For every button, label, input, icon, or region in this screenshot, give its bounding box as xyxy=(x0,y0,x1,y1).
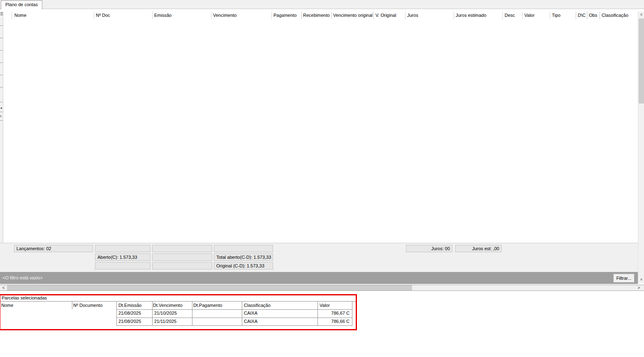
filtrar-button[interactable]: Filtrar... xyxy=(613,274,635,283)
column-header-nome[interactable]: Nome xyxy=(14,13,26,18)
select-all-icon xyxy=(0,12,3,16)
column-header-dc[interactable]: D\C xyxy=(578,13,586,18)
column-separator xyxy=(12,12,12,19)
column-separator xyxy=(503,12,503,19)
row-separator xyxy=(0,120,3,121)
row-separator xyxy=(0,25,3,26)
column-header-valor[interactable]: Valor xyxy=(524,13,535,18)
summary-empty-cell xyxy=(214,245,273,252)
column-header-tipo[interactable]: Tipo xyxy=(552,13,561,18)
column-header-emissao[interactable]: Emissão xyxy=(154,13,171,18)
column-header-desc[interactable]: Desc xyxy=(505,13,515,18)
row-separator xyxy=(0,38,3,38)
app-window: Plano de contas Nome Nº Doc Emissão Venc… xyxy=(0,0,644,357)
row-separator xyxy=(0,75,3,75)
column-separator xyxy=(271,12,272,19)
column-header-vencimento[interactable]: Vencimento xyxy=(213,13,236,18)
column-header-vencimento-original[interactable]: Vencimento original xyxy=(333,13,373,18)
summary-empty-cell xyxy=(152,253,212,261)
column-header-classificacao[interactable]: Classificação xyxy=(602,13,628,18)
horizontal-scrollbar[interactable]: < > xyxy=(0,285,644,291)
row-expand-arrow-icon[interactable]: ▹ xyxy=(0,114,2,118)
vertical-scroll-thumb[interactable] xyxy=(639,18,644,104)
summary-total-aberto: Total aberto(C-D): 1.573,33 xyxy=(214,253,273,261)
row-separator xyxy=(0,112,3,112)
horizontal-scroll-thumb[interactable] xyxy=(7,285,412,290)
summary-empty-cell xyxy=(95,245,151,252)
column-separator xyxy=(301,12,302,19)
column-separator xyxy=(550,12,550,19)
scroll-right-button[interactable]: > xyxy=(635,285,642,290)
summary-juros-est: Juros est: ,00 xyxy=(455,245,502,252)
row-separator xyxy=(0,62,3,63)
column-header-recebimento[interactable]: Recebimento xyxy=(303,13,330,18)
scroll-down-button[interactable]: ∨ xyxy=(638,276,644,283)
row-separator xyxy=(0,102,3,102)
column-header-obs[interactable]: Obs xyxy=(589,13,597,18)
summary-empty-cell xyxy=(95,262,151,269)
column-separator xyxy=(405,12,405,19)
column-separator xyxy=(454,12,454,19)
scroll-up-button[interactable]: ∧ xyxy=(638,12,644,18)
summary-juros: Juros: 00 xyxy=(406,245,452,252)
row-indicator-gutter: ● ▹ xyxy=(0,19,3,243)
summary-empty-cell xyxy=(152,245,212,252)
column-header-v-original[interactable]: V. Original xyxy=(375,13,396,18)
filter-bar: <O filtro está vazio> Filtrar... xyxy=(0,272,638,284)
column-separator xyxy=(94,12,94,19)
column-separator xyxy=(600,12,600,19)
row-separator xyxy=(0,50,3,51)
tab-label: Plano de contas xyxy=(5,2,38,7)
scroll-left-button[interactable]: < xyxy=(0,285,7,290)
column-header-pagamento[interactable]: Pagamento xyxy=(273,13,297,18)
grid-header-row: Nome Nº Doc Emissão Vencimento Pagamento… xyxy=(0,12,638,19)
column-header-juros-estimado[interactable]: Juros estimado xyxy=(456,13,486,18)
filter-status-text: <O filtro está vazio> xyxy=(2,275,43,280)
tab-bar xyxy=(0,0,644,9)
summary-aberto: Aberto(C): 1.573,33 xyxy=(95,253,151,261)
column-separator xyxy=(152,12,153,19)
column-header-ndoc[interactable]: Nº Doc xyxy=(96,13,110,18)
row-separator xyxy=(0,87,3,88)
tab-plano-de-contas[interactable]: Plano de contas xyxy=(1,0,42,9)
column-header-juros[interactable]: Juros xyxy=(407,13,418,18)
summary-empty-cell xyxy=(152,262,212,269)
parcelas-selecionadas-highlight xyxy=(0,294,357,330)
column-separator xyxy=(522,12,523,19)
grid-corner-indicator xyxy=(0,12,3,19)
column-separator xyxy=(587,12,587,19)
current-row-dot-icon: ● xyxy=(0,106,2,109)
column-separator xyxy=(576,12,576,19)
summary-original: Original (C-D): 1.573,33 xyxy=(214,262,273,269)
summary-lancamentos: Lançamentos: 02 xyxy=(14,245,93,252)
vertical-scrollbar[interactable]: ∧ ∨ xyxy=(638,12,644,283)
summary-panel: Lançamentos: 02 Juros: 00 Juros est: ,00… xyxy=(0,243,638,272)
column-separator xyxy=(331,12,332,19)
column-separator xyxy=(373,12,374,19)
column-separator xyxy=(211,12,211,19)
